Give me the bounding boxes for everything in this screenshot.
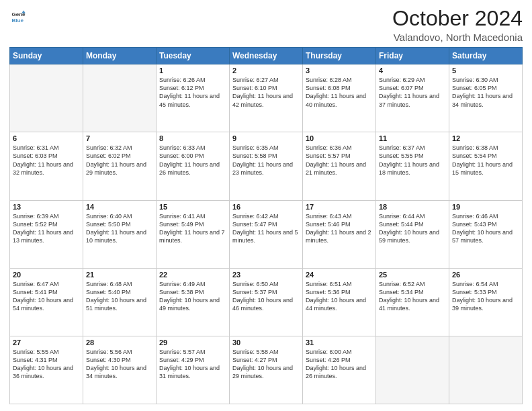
calendar-cell: 1Sunrise: 6:26 AMSunset: 6:12 PMDaylight… [157,64,230,132]
cell-info-line: Sunset: 5:41 PM [13,288,80,296]
calendar-cell: 10Sunrise: 6:36 AMSunset: 5:57 PMDayligh… [303,132,376,200]
cell-info-line: Sunset: 4:27 PM [232,356,300,364]
cell-info-line: Daylight: 11 hours and 32 minutes. [13,161,80,177]
cell-info-line: Sunrise: 5:55 AM [13,348,80,356]
cell-info-line: Sunrise: 6:39 AM [13,212,80,220]
cell-info-line: Sunrise: 6:26 AM [159,76,226,84]
cell-info-line: Sunset: 4:31 PM [13,356,80,364]
day-number: 5 [452,66,519,75]
cell-info-line: Daylight: 10 hours and 57 minutes. [452,228,519,244]
calendar-cell: 2Sunrise: 6:27 AMSunset: 6:10 PMDaylight… [230,64,303,132]
calendar-week-row: 13Sunrise: 6:39 AMSunset: 5:52 PMDayligh… [10,200,523,268]
calendar-cell: 7Sunrise: 6:32 AMSunset: 6:02 PMDaylight… [83,132,157,200]
cell-info-line: Daylight: 10 hours and 49 minutes. [159,296,226,312]
calendar-cell: 17Sunrise: 6:43 AMSunset: 5:46 PMDayligh… [303,200,376,268]
cell-info-line: Sunrise: 6:47 AM [13,280,80,288]
cell-info-line: Sunrise: 6:37 AM [379,144,446,152]
day-number: 12 [452,134,519,142]
cell-info-line: Daylight: 11 hours and 42 minutes. [232,92,300,108]
cell-info-line: Sunrise: 6:52 AM [379,280,446,288]
cell-info-line: Sunset: 5:33 PM [452,288,519,296]
cell-info-line: Sunset: 5:34 PM [379,288,446,296]
cell-info-line: Sunrise: 6:46 AM [452,212,519,220]
calendar-cell: 3Sunrise: 6:28 AMSunset: 6:08 PMDaylight… [303,64,376,132]
header: General Blue October 2024 Valandovo, Nor… [9,7,523,43]
cell-info-line: Sunrise: 6:00 AM [306,348,373,356]
col-monday: Monday [83,48,157,64]
day-number: 1 [159,66,226,75]
cell-info-line: Sunset: 5:54 PM [452,152,519,160]
cell-info-line: Sunrise: 6:54 AM [452,280,519,288]
cell-info-line: Sunset: 6:05 PM [452,84,519,92]
cell-info-line: Sunrise: 6:29 AM [379,76,446,84]
cell-info-line: Sunrise: 6:32 AM [86,144,153,152]
calendar-cell: 31Sunrise: 6:00 AMSunset: 4:26 PMDayligh… [303,336,376,404]
col-tuesday: Tuesday [157,48,230,64]
page: General Blue October 2024 Valandovo, Nor… [0,0,532,411]
day-number: 28 [86,338,153,347]
cell-info-line: Sunset: 5:36 PM [306,288,373,296]
day-number: 11 [379,134,446,142]
cell-info-line: Daylight: 10 hours and 51 minutes. [86,296,153,312]
cell-info-line: Daylight: 11 hours and 2 minutes. [306,228,373,244]
day-number: 19 [452,203,519,211]
cell-info-line: Sunrise: 5:57 AM [159,348,226,356]
cell-info-line: Sunset: 4:29 PM [159,356,226,364]
cell-info-line: Daylight: 10 hours and 31 minutes. [159,364,226,380]
calendar-cell: 25Sunrise: 6:52 AMSunset: 5:34 PMDayligh… [376,268,449,336]
cell-info-line: Sunrise: 6:31 AM [13,144,80,152]
calendar-cell: 27Sunrise: 5:55 AMSunset: 4:31 PMDayligh… [10,336,83,404]
cell-info-line: Sunset: 5:58 PM [232,152,300,160]
day-number: 2 [232,66,300,75]
cell-info-line: Sunset: 5:46 PM [306,220,373,228]
calendar-cell: 30Sunrise: 5:58 AMSunset: 4:27 PMDayligh… [230,336,303,404]
cell-info-line: Sunset: 6:02 PM [86,152,153,160]
cell-info-line: Daylight: 10 hours and 59 minutes. [379,228,446,244]
calendar-table: Sunday Monday Tuesday Wednesday Thursday… [9,47,523,404]
cell-info-line: Sunrise: 6:27 AM [232,76,300,84]
calendar-week-row: 27Sunrise: 5:55 AMSunset: 4:31 PMDayligh… [10,336,523,404]
day-number: 31 [306,338,373,347]
calendar-week-row: 1Sunrise: 6:26 AMSunset: 6:12 PMDaylight… [10,64,523,132]
cell-info-line: Sunrise: 6:38 AM [452,144,519,152]
day-number: 6 [13,134,80,142]
cell-info-line: Sunrise: 6:42 AM [232,212,300,220]
cell-info-line: Daylight: 11 hours and 15 minutes. [452,161,519,177]
cell-info-line: Sunset: 5:49 PM [159,220,226,228]
cell-info-line: Daylight: 11 hours and 45 minutes. [159,92,226,108]
cell-info-line: Daylight: 10 hours and 54 minutes. [13,296,80,312]
calendar-cell: 29Sunrise: 5:57 AMSunset: 4:29 PMDayligh… [157,336,230,404]
day-number: 25 [379,271,446,279]
day-number: 13 [13,203,80,211]
calendar-week-row: 6Sunrise: 6:31 AMSunset: 6:03 PMDaylight… [10,132,523,200]
cell-info-line: Sunset: 6:12 PM [159,84,226,92]
cell-info-line: Daylight: 10 hours and 29 minutes. [232,364,300,380]
day-number: 30 [232,338,300,347]
cell-info-line: Daylight: 11 hours and 34 minutes. [452,92,519,108]
logo: General Blue [9,9,26,24]
day-number: 10 [306,134,373,142]
calendar-cell [449,336,523,404]
calendar-cell: 26Sunrise: 6:54 AMSunset: 5:33 PMDayligh… [449,268,523,336]
cell-info-line: Sunset: 5:50 PM [86,220,153,228]
main-title: October 2024 [392,7,523,30]
calendar-header-row: Sunday Monday Tuesday Wednesday Thursday… [10,48,523,64]
calendar-cell [83,64,157,132]
calendar-cell: 18Sunrise: 6:44 AMSunset: 5:44 PMDayligh… [376,200,449,268]
cell-info-line: Daylight: 10 hours and 39 minutes. [452,296,519,312]
day-number: 29 [159,338,226,347]
cell-info-line: Sunrise: 6:43 AM [306,212,373,220]
cell-info-line: Daylight: 11 hours and 10 minutes. [86,228,153,244]
col-thursday: Thursday [303,48,376,64]
cell-info-line: Daylight: 11 hours and 5 minutes. [232,228,300,244]
day-number: 15 [159,203,226,211]
cell-info-line: Daylight: 11 hours and 37 minutes. [379,92,446,108]
cell-info-line: Sunset: 6:10 PM [232,84,300,92]
cell-info-line: Sunrise: 5:56 AM [86,348,153,356]
cell-info-line: Sunrise: 6:33 AM [159,144,226,152]
calendar-cell: 28Sunrise: 5:56 AMSunset: 4:30 PMDayligh… [83,336,157,404]
cell-info-line: Daylight: 10 hours and 34 minutes. [86,364,153,380]
day-number: 18 [379,203,446,211]
calendar-cell: 22Sunrise: 6:49 AMSunset: 5:38 PMDayligh… [157,268,230,336]
day-number: 17 [306,203,373,211]
